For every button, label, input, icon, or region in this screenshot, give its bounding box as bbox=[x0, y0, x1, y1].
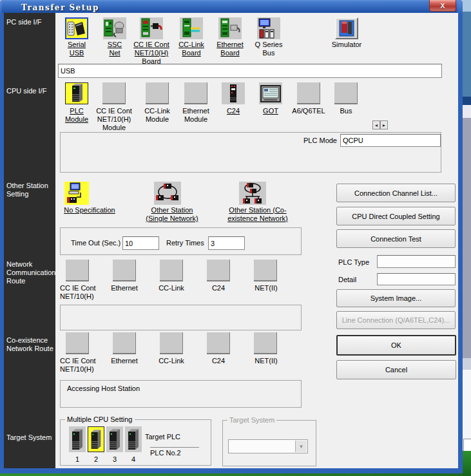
cpu-side-item-label[interactable]: C24 bbox=[224, 107, 243, 115]
cpu-side-item-label: A6/Q6TEL bbox=[289, 107, 328, 115]
plc-mode-label: PLC Mode bbox=[279, 137, 337, 144]
other-station-item-label[interactable]: Other Station (Co-existence Network) bbox=[217, 206, 298, 223]
timeout-field[interactable] bbox=[122, 236, 159, 250]
cpu-number-label: 1 bbox=[69, 455, 86, 463]
cpu-no1-icon[interactable] bbox=[69, 426, 86, 452]
cpu-side-item-label[interactable]: PLC Module bbox=[62, 107, 91, 124]
scroll-right-button[interactable]: ► bbox=[380, 120, 388, 129]
coexistence-cc-ie-icon[interactable] bbox=[66, 332, 89, 354]
coexistence-ethernet-icon[interactable] bbox=[113, 332, 136, 354]
cc-link-board-icon[interactable] bbox=[180, 17, 203, 39]
network-route-item-label: CC-Link bbox=[157, 284, 186, 292]
coexistence-item-label: NET(II) bbox=[251, 357, 281, 365]
sidebar-label-other-station: Other Station Setting bbox=[6, 182, 54, 198]
network-route-item-label: NET(II) bbox=[251, 284, 281, 292]
scroll-left-button[interactable]: ◄ bbox=[372, 120, 380, 129]
sidebar-label-coexistence-route: Co-existence Network Route bbox=[6, 336, 54, 353]
pc-interface-value-field[interactable] bbox=[58, 64, 442, 78]
background-window-strip bbox=[463, 118, 471, 358]
background-window-strip bbox=[463, 358, 471, 370]
other-station-item-label[interactable]: No Specification bbox=[54, 206, 125, 214]
ok-button[interactable]: OK bbox=[336, 335, 456, 356]
pc-side-item-label[interactable]: CC-Link Board bbox=[177, 41, 206, 57]
plc-tower-glyph bbox=[66, 83, 88, 104]
cpu-side-item-label: CC-Link Module bbox=[142, 107, 172, 124]
plc-module-icon[interactable] bbox=[65, 82, 88, 104]
coexistence-network-glyph bbox=[239, 182, 266, 205]
sidebar-label-pc-side: PC side I/F bbox=[6, 18, 54, 26]
chevron-down-icon[interactable]: ▼ bbox=[295, 441, 307, 452]
close-icon: X bbox=[440, 2, 445, 10]
q-series-bus-icon[interactable] bbox=[257, 17, 280, 39]
other-station-coexistence-icon[interactable] bbox=[239, 182, 266, 205]
coexistence-item-label: CC IE Cont NET/10(H) bbox=[60, 357, 102, 374]
network-route-ethernet-icon[interactable] bbox=[113, 260, 136, 281]
cc-ie-module-icon[interactable] bbox=[102, 82, 126, 104]
network-route-item-label: C24 bbox=[209, 284, 228, 292]
timeout-label: Time Out (Sec.) bbox=[71, 239, 120, 247]
c24-icon[interactable] bbox=[222, 82, 245, 104]
network-route-cc-ie-icon[interactable] bbox=[66, 260, 89, 281]
cc-ie-board-glyph bbox=[140, 17, 163, 39]
network-route-c24-icon[interactable] bbox=[207, 260, 230, 281]
pc-side-item-label[interactable]: Serial USB bbox=[64, 41, 90, 57]
bus-icon[interactable] bbox=[334, 82, 358, 104]
desktop-wallpaper bbox=[0, 473, 463, 476]
no-specification-icon[interactable] bbox=[64, 182, 89, 205]
dialog-title: Transfer Setup bbox=[21, 3, 99, 12]
got-icon[interactable] bbox=[259, 82, 282, 104]
cc-ie-board-icon[interactable] bbox=[140, 17, 163, 39]
sidebar-label-target-system: Target System bbox=[6, 433, 54, 442]
retry-times-label: Retry Times bbox=[166, 239, 204, 247]
connection-channel-list-button[interactable]: Connection Channel List... bbox=[336, 184, 456, 202]
pc-side-item-label[interactable]: SSC Net bbox=[105, 41, 124, 57]
connection-test-button[interactable]: Connection Test bbox=[336, 229, 456, 248]
other-station-single-icon[interactable] bbox=[154, 182, 181, 205]
ethernet-module-icon[interactable] bbox=[184, 82, 207, 104]
coexistence-cc-link-icon[interactable] bbox=[160, 332, 183, 354]
pc-side-item-label: Q Series Bus bbox=[253, 41, 285, 57]
network-route-item-label: Ethernet bbox=[109, 284, 140, 292]
a6-q6tel-icon[interactable] bbox=[297, 82, 320, 104]
system-image-button[interactable]: System Image... bbox=[336, 289, 456, 307]
plc-type-field[interactable] bbox=[377, 255, 456, 268]
other-station-item-label[interactable]: Other Station (Single Network) bbox=[141, 206, 203, 223]
ethernet-board-icon[interactable] bbox=[218, 17, 242, 39]
screen: Transfer Setup X PC side I/F CPU side I/… bbox=[0, 0, 471, 476]
cancel-button[interactable]: Cancel bbox=[336, 360, 456, 379]
network-route-item-label: CC IE Cont NET/10(H) bbox=[60, 284, 102, 301]
coexistence-item-label: C24 bbox=[209, 357, 228, 365]
close-button[interactable]: X bbox=[429, 0, 456, 12]
coexistence-netii-icon[interactable] bbox=[254, 332, 277, 354]
simulator-glyph bbox=[336, 19, 357, 38]
pc-side-item-label: Simulator bbox=[327, 41, 366, 49]
coexistence-c24-icon[interactable] bbox=[207, 332, 230, 354]
serial-usb-icon[interactable] bbox=[65, 17, 88, 39]
retry-times-field[interactable] bbox=[208, 236, 245, 250]
cpu-direct-coupled-button[interactable]: CPU Direct Coupled Setting bbox=[336, 207, 456, 225]
ssc-net-icon[interactable] bbox=[103, 17, 126, 39]
cpu-no3-icon[interactable] bbox=[106, 426, 123, 452]
cpu-side-item-label: CC IE Cont NET/10(H) Module bbox=[93, 107, 135, 132]
background-window-strip bbox=[463, 12, 471, 97]
cpu-no4-icon[interactable] bbox=[125, 426, 142, 452]
cpu-tower-glyph bbox=[106, 426, 123, 452]
network-route-cc-link-icon[interactable] bbox=[160, 260, 183, 281]
network-route-status-box bbox=[60, 305, 302, 330]
pc-side-item-label[interactable]: CC IE Cont NET/10(H) Board bbox=[130, 41, 173, 66]
cc-link-module-icon[interactable] bbox=[146, 82, 169, 104]
desktop-wallpaper bbox=[463, 451, 471, 476]
background-window-strip bbox=[463, 105, 471, 118]
title-bar[interactable]: Transfer Setup bbox=[2, 1, 457, 13]
network-route-netii-icon[interactable] bbox=[254, 260, 277, 281]
cpu-no2-icon[interactable] bbox=[88, 426, 104, 452]
plc-mode-field[interactable] bbox=[340, 134, 441, 147]
background-window-strip bbox=[463, 0, 471, 12]
coexistence-item-label: CC-Link bbox=[157, 357, 186, 365]
cpu-side-item-label[interactable]: GOT bbox=[261, 107, 280, 115]
pc-side-item-label[interactable]: Ethernet Board bbox=[215, 41, 245, 57]
simulator-icon[interactable] bbox=[335, 17, 358, 39]
detail-field[interactable] bbox=[377, 273, 456, 285]
cpu-number-label: 2 bbox=[88, 455, 104, 463]
target-system-dropdown[interactable]: ▼ bbox=[228, 439, 308, 453]
